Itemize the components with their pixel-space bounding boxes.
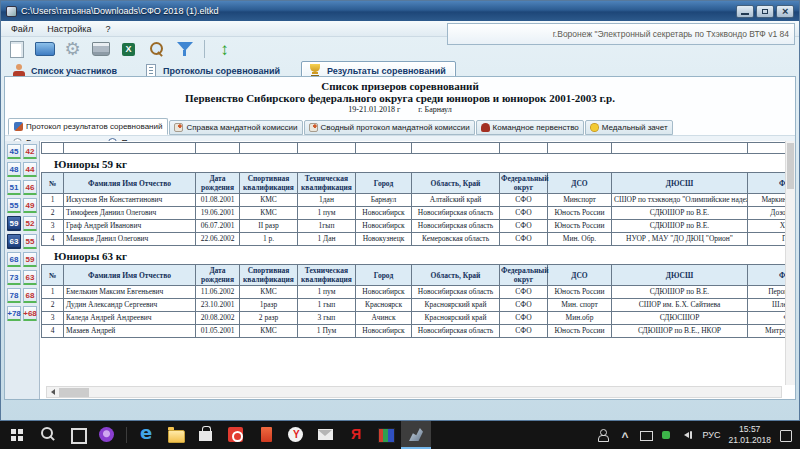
weight-male-48[interactable]: 48 bbox=[7, 162, 21, 177]
export-excel-icon[interactable] bbox=[116, 38, 141, 60]
search-icon[interactable] bbox=[144, 38, 169, 60]
table-cell: 1 bbox=[42, 194, 64, 207]
table-cell: Дудин Александр Сергеевич bbox=[64, 299, 196, 312]
table-cell: Алтайский край bbox=[412, 194, 500, 207]
table-cell: 1 Дан bbox=[298, 233, 356, 246]
tkd-app-icon[interactable] bbox=[401, 421, 431, 449]
table-cell: Мин.обр bbox=[548, 312, 612, 325]
weight-male-45[interactable]: 45 bbox=[7, 144, 21, 159]
weight-category-sidebar: 454248445146554959526355685973637868+78+… bbox=[5, 141, 40, 399]
horizontal-scroll-thumb[interactable] bbox=[59, 388, 89, 397]
table-cell: СДЮШОР по В.Е., НКОР bbox=[612, 325, 748, 338]
table-cell: Новосибирская область bbox=[412, 220, 500, 233]
open-folder-icon[interactable] bbox=[32, 38, 57, 60]
weight-female-52[interactable]: 52 bbox=[23, 216, 37, 231]
weight-female-55[interactable]: 55 bbox=[23, 234, 37, 249]
empty-cell bbox=[500, 143, 548, 154]
subtab-certificate[interactable]: Справка мандатной комиссии bbox=[169, 120, 302, 135]
weight-female-49[interactable]: 49 bbox=[23, 198, 37, 213]
weight-male-51[interactable]: 51 bbox=[7, 180, 21, 195]
menu-item-0[interactable]: Файл bbox=[4, 23, 40, 35]
people-icon[interactable] bbox=[597, 429, 610, 442]
restore-button[interactable] bbox=[756, 5, 774, 18]
table-cell: Новосибирская область bbox=[412, 207, 500, 220]
printer-icon[interactable] bbox=[88, 38, 113, 60]
results-table bbox=[41, 142, 795, 154]
subtab-protocol-results[interactable]: Протокол результатов соревнований bbox=[8, 118, 168, 135]
weight-female-+68[interactable]: +68 bbox=[23, 306, 37, 321]
weight-male-+78[interactable]: +78 bbox=[7, 306, 21, 321]
tab-label: Список участников bbox=[31, 66, 117, 76]
weight-male-73[interactable]: 73 bbox=[7, 270, 21, 285]
sync-arrows-icon[interactable] bbox=[212, 38, 237, 60]
empty-cell bbox=[612, 143, 748, 154]
table-header-row: №Фамилия Имя ОтчествоДата рожденияСпорти… bbox=[42, 265, 796, 286]
menu-item-1[interactable]: Настройка bbox=[40, 23, 98, 35]
app-icon bbox=[6, 6, 17, 17]
store-icon[interactable] bbox=[191, 421, 221, 449]
vertical-scrollbar[interactable] bbox=[785, 141, 795, 385]
competition-title: Первенство Сибирского федерального округ… bbox=[5, 92, 795, 104]
network-icon[interactable] bbox=[639, 429, 652, 442]
document-app-icon[interactable] bbox=[251, 421, 281, 449]
weight-female-42[interactable]: 42 bbox=[23, 144, 37, 159]
new-document-icon[interactable] bbox=[4, 38, 29, 60]
menu-item-2[interactable]: ? bbox=[98, 23, 117, 35]
security-icon[interactable] bbox=[660, 429, 673, 442]
report-title: Список призеров соревнований bbox=[5, 80, 795, 92]
clock[interactable]: 15:57 21.01.2018 bbox=[728, 424, 771, 445]
mail-icon[interactable] bbox=[311, 421, 341, 449]
weight-female-68[interactable]: 68 bbox=[23, 288, 37, 303]
weight-female-44[interactable]: 44 bbox=[23, 162, 37, 177]
subtab-summary[interactable]: Сводный протокол мандатной комиссии bbox=[304, 120, 475, 135]
yandex-icon[interactable] bbox=[341, 421, 371, 449]
table-cell: 1гып bbox=[298, 220, 356, 233]
table-cell: Мазаев Андрей bbox=[64, 325, 196, 338]
task-view-icon[interactable] bbox=[62, 421, 92, 449]
weight-male-59[interactable]: 59 bbox=[7, 216, 21, 231]
column-header: № bbox=[42, 173, 64, 194]
subtab-medal[interactable]: Медальный зачет bbox=[585, 120, 673, 135]
table-cell: 01.08.2001 bbox=[196, 194, 240, 207]
volume-icon[interactable] bbox=[681, 429, 694, 442]
language-indicator[interactable]: РУС bbox=[702, 430, 720, 440]
horizontal-scrollbar[interactable] bbox=[46, 386, 782, 398]
taskbar-search-icon[interactable] bbox=[32, 421, 62, 449]
settings-gear-icon[interactable] bbox=[60, 38, 85, 60]
subtab-team[interactable]: Командное первенство bbox=[476, 120, 584, 135]
table-cell: СДЮШОР по В.Е. bbox=[612, 286, 748, 299]
column-header: Область, Край bbox=[412, 173, 500, 194]
vertical-scroll-thumb[interactable] bbox=[787, 143, 794, 189]
file-explorer-icon[interactable] bbox=[161, 421, 191, 449]
notification-center-icon[interactable] bbox=[779, 429, 792, 442]
edge-icon[interactable] bbox=[131, 421, 161, 449]
start-icon[interactable] bbox=[2, 421, 32, 449]
red-app-icon[interactable] bbox=[221, 421, 251, 449]
yandex-browser-icon[interactable] bbox=[281, 421, 311, 449]
weight-male-78[interactable]: 78 bbox=[7, 288, 21, 303]
close-button[interactable] bbox=[776, 5, 794, 18]
column-header: Федеральный округ bbox=[500, 265, 548, 286]
table-row: 2Тимофеев Даниил Олегович19.06.2001КМС1 … bbox=[42, 207, 796, 220]
table-header-row: №Фамилия Имя ОтчествоДата рожденияСпорти… bbox=[42, 173, 796, 194]
table-cell: Мин. Обр. bbox=[548, 233, 612, 246]
table-cell: СФО bbox=[500, 312, 548, 325]
weight-female-63[interactable]: 63 bbox=[23, 270, 37, 285]
competition-dates-line: 19-21.01.2018 гг. Барнаул bbox=[5, 105, 795, 114]
cortana-icon[interactable] bbox=[92, 421, 122, 449]
weight-male-68[interactable]: 68 bbox=[7, 252, 21, 267]
table-cell: СДЮШОР по В.Е. bbox=[612, 207, 748, 220]
content-panel: Список призеров соревнований Первенство … bbox=[4, 76, 796, 400]
weight-female-59[interactable]: 59 bbox=[23, 252, 37, 267]
weight-female-46[interactable]: 46 bbox=[23, 180, 37, 195]
table-cell: СШОР им. Б.Х. Сайтиева bbox=[612, 299, 748, 312]
table-cell: КМС bbox=[240, 325, 298, 338]
weight-male-63[interactable]: 63 bbox=[7, 234, 21, 249]
archive-app-icon[interactable] bbox=[371, 421, 401, 449]
filter-funnel-icon[interactable] bbox=[172, 38, 197, 60]
scroll-left-arrow-icon[interactable] bbox=[47, 387, 59, 397]
weight-male-55[interactable]: 55 bbox=[7, 198, 21, 213]
table-cell: Ачинск bbox=[356, 312, 412, 325]
chevron-up-icon[interactable] bbox=[618, 429, 631, 442]
minimize-button[interactable] bbox=[736, 5, 754, 18]
